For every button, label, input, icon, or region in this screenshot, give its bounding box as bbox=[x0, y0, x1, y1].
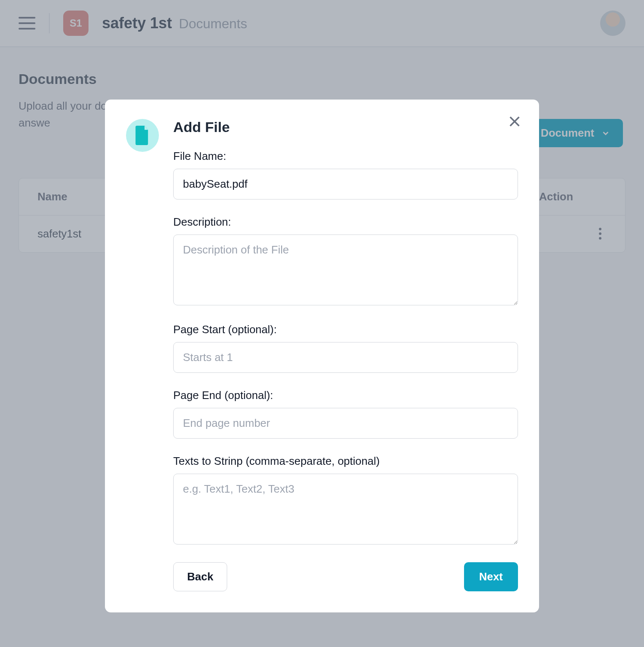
add-file-modal: Add File File Name: Description: Page St… bbox=[105, 100, 539, 612]
page-end-input[interactable] bbox=[173, 408, 518, 439]
texts-strip-label: Texts to Strinp (comma-separate, optiona… bbox=[173, 455, 518, 468]
back-button[interactable]: Back bbox=[173, 562, 227, 591]
close-icon[interactable] bbox=[507, 114, 522, 129]
page-start-input[interactable] bbox=[173, 342, 518, 373]
file-name-input[interactable] bbox=[173, 169, 518, 199]
file-icon bbox=[126, 119, 159, 152]
next-button[interactable]: Next bbox=[464, 562, 518, 591]
texts-strip-input[interactable] bbox=[173, 474, 518, 545]
description-input[interactable] bbox=[173, 235, 518, 305]
modal-overlay[interactable]: Add File File Name: Description: Page St… bbox=[0, 0, 644, 647]
page-end-label: Page End (optional): bbox=[173, 389, 518, 402]
file-name-label: File Name: bbox=[173, 150, 518, 163]
modal-title: Add File bbox=[173, 119, 518, 135]
page-start-label: Page Start (optional): bbox=[173, 323, 518, 336]
description-label: Description: bbox=[173, 216, 518, 229]
